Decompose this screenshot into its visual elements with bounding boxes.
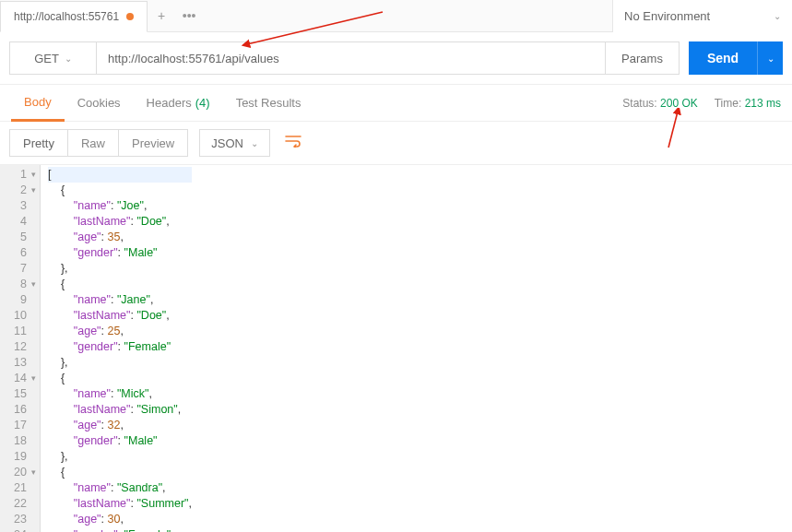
lang-label: JSON [211,136,243,150]
view-pretty-button[interactable]: Pretty [9,129,68,157]
response-tabs: Body Cookies Headers (4) Test Results St… [0,85,792,122]
view-row: Pretty Raw Preview JSON ⌄ [0,122,792,165]
status-value: 200 OK [660,97,698,110]
chevron-down-icon: ⌄ [251,138,258,148]
send-dropdown-button[interactable]: ⌄ [757,41,783,75]
chevron-down-icon: ⌄ [65,53,72,64]
chevron-down-icon: ⌄ [774,11,781,21]
response-body: 1▾2▾345678▾91011121314▾151617181920▾2122… [0,165,792,532]
wrap-toggle-button[interactable] [281,131,305,155]
new-tab-button[interactable]: + [148,0,175,32]
headers-label: Headers [147,96,192,110]
code-content[interactable]: [ { "name": "Joe", "lastName": "Doe", "a… [41,165,192,532]
headers-count: (4) [195,96,210,110]
tab-tests[interactable]: Test Results [223,85,314,122]
status-block: Status: 200 OK [622,97,697,110]
tab-cookies[interactable]: Cookies [65,85,134,122]
url-input[interactable] [97,41,606,75]
http-method-select[interactable]: GET ⌄ [9,41,97,75]
chevron-down-icon: ⌄ [767,53,774,64]
tab-overflow-button[interactable]: ••• [175,0,203,32]
send-button[interactable]: Send [689,41,757,75]
request-tab[interactable]: http://localhost:55761 [0,1,148,32]
view-raw-button[interactable]: Raw [68,129,119,157]
view-preview-button[interactable]: Preview [119,129,188,157]
wrap-icon [285,135,301,148]
environment-label: No Environment [624,9,710,23]
params-button[interactable]: Params [606,41,680,75]
line-gutter: 1▾2▾345678▾91011121314▾151617181920▾2122… [0,165,41,532]
tab-headers[interactable]: Headers (4) [134,85,223,122]
time-value: 213 ms [745,97,781,110]
time-label: Time: [715,97,742,110]
request-row: GET ⌄ Params Send ⌄ [0,32,792,85]
status-label: Status: [622,97,656,110]
lang-select[interactable]: JSON ⌄ [199,129,270,157]
tab-title: http://localhost:55761 [14,10,119,23]
tab-bar: http://localhost:55761 + ••• No Environm… [0,0,792,32]
unsaved-dot-icon [126,13,134,20]
method-label: GET [34,52,59,65]
time-block: Time: 213 ms [715,97,781,110]
tab-body[interactable]: Body [11,85,65,122]
status-area: Status: 200 OK Time: 213 ms [622,97,781,110]
environment-select[interactable]: No Environment ⌄ [612,0,792,32]
